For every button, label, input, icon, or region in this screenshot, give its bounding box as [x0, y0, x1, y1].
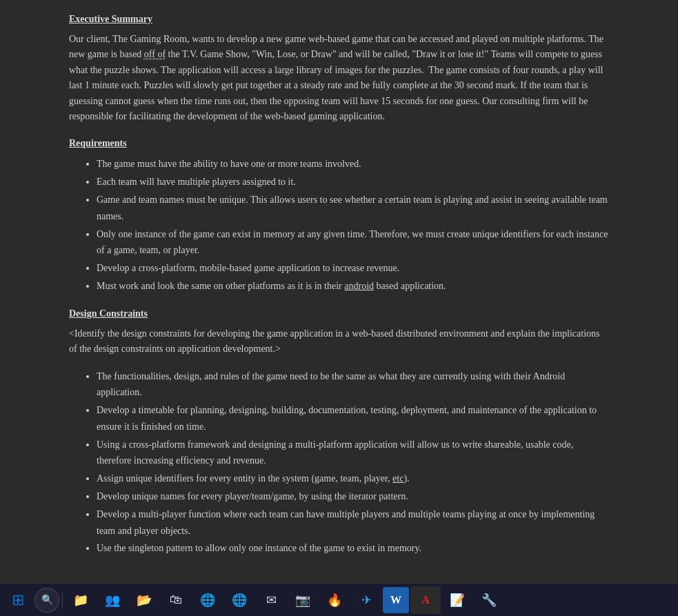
- app16-button[interactable]: 🔧: [474, 586, 504, 614]
- off-of-text: off of: [144, 49, 166, 59]
- list-item: Each team will have multiple players ass…: [97, 174, 609, 190]
- android-link: android: [344, 281, 374, 291]
- start-button[interactable]: ⊞: [3, 586, 33, 614]
- requirements-list: The game must have the ability to have o…: [69, 156, 609, 294]
- document-area[interactable]: Executive Summary Our client, The Gaming…: [0, 0, 678, 583]
- etc-link: etc: [392, 473, 403, 484]
- separator: [62, 592, 63, 608]
- acrobat-button[interactable]: A: [410, 586, 441, 614]
- file-explorer-icon: 📁: [73, 593, 88, 608]
- notepad-icon: 📝: [450, 593, 465, 608]
- search-icon: 🔍: [41, 594, 53, 606]
- design-constraints-heading: Design Constraints: [69, 308, 609, 319]
- requirements-heading: Requirements: [69, 138, 609, 149]
- list-item: Using a cross-platform framework and des…: [97, 437, 609, 470]
- list-item: Develop unique names for every player/te…: [97, 488, 609, 505]
- store-icon: 🛍: [170, 593, 182, 607]
- executive-summary-heading: Executive Summary: [69, 14, 609, 25]
- app6-icon: 🌐: [200, 593, 215, 608]
- app6-button[interactable]: 🌐: [192, 586, 223, 614]
- edge-icon: 🌐: [232, 593, 247, 608]
- edge-button[interactable]: 🌐: [224, 586, 255, 614]
- design-constraints-list: The functionalities, design, and rules o…: [69, 368, 609, 557]
- design-constraints-placeholder: <Identify the design constraints for dev…: [69, 326, 609, 357]
- camera-icon: 📷: [295, 593, 310, 608]
- acrobat-icon: A: [421, 594, 430, 606]
- search-button[interactable]: 🔍: [34, 588, 59, 613]
- word-icon: W: [390, 594, 401, 606]
- list-item: Develop a multi-player function where ea…: [97, 506, 609, 539]
- list-item: The functionalities, design, and rules o…: [97, 368, 609, 401]
- notepad-button[interactable]: 📝: [442, 586, 472, 614]
- telegram-button[interactable]: ✈: [351, 586, 381, 614]
- mail-button[interactable]: ✉: [256, 586, 286, 614]
- list-item: Game and team names must be unique. This…: [97, 192, 609, 225]
- list-item: Develop a timetable for planning, design…: [97, 402, 609, 435]
- executive-summary-body: Our client, The Gaming Room, wants to de…: [69, 32, 609, 124]
- teams-icon: 👥: [105, 593, 120, 608]
- list-item: Only one instance of the game can exist …: [97, 226, 609, 259]
- list-item: Use the singleton pattern to allow only …: [97, 540, 609, 557]
- teams-button[interactable]: 👥: [97, 586, 128, 614]
- list-item: Develop a cross-platform, mobile-based g…: [97, 260, 609, 277]
- file-explorer-button[interactable]: 📁: [66, 586, 96, 614]
- list-item: Assign unique identifiers for every enti…: [97, 470, 609, 487]
- folder-icon: 📂: [137, 593, 152, 608]
- windows-icon: ⊞: [12, 591, 24, 609]
- word-button[interactable]: W: [383, 587, 409, 613]
- camera-button[interactable]: 📷: [288, 586, 318, 614]
- list-item: The game must have the ability to have o…: [97, 156, 609, 172]
- app16-icon: 🔧: [481, 593, 497, 608]
- store-button[interactable]: 🛍: [161, 586, 191, 614]
- taskbar: ⊞ 🔍 📁 👥 📂 🛍 🌐 🌐 ✉ 📷 🔥 ✈ W: [0, 583, 678, 616]
- torch-icon: 🔥: [327, 593, 342, 608]
- folder-button[interactable]: 📂: [129, 586, 159, 614]
- mail-icon: ✉: [266, 593, 277, 608]
- torch-button[interactable]: 🔥: [319, 586, 350, 614]
- list-item: Must work and look the same on other pla…: [97, 278, 609, 295]
- telegram-icon: ✈: [361, 593, 372, 608]
